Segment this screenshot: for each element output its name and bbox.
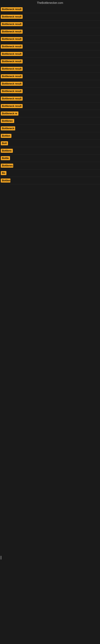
bottleneck-badge[interactable]: Bo bbox=[1, 171, 6, 175]
list-item: Bottlens bbox=[0, 147, 100, 154]
list-item: Bottleneck result bbox=[0, 95, 100, 102]
bottleneck-badge[interactable]: Bottleneck result bbox=[1, 22, 23, 26]
list-item: Bottleneck result bbox=[0, 65, 100, 73]
list-item: Bottleneck result bbox=[0, 6, 100, 13]
site-title: TheBottlenecker.com bbox=[0, 0, 100, 6]
list-item: Bottleneck r bbox=[0, 125, 100, 132]
bottleneck-badge[interactable]: Bottleneck result bbox=[1, 96, 23, 100]
list-item: Bottleneck result bbox=[0, 13, 100, 20]
list-item: Bottleneck result bbox=[0, 73, 100, 80]
list-item: Bottleneck result bbox=[0, 58, 100, 65]
bottleneck-badge[interactable]: Bott bbox=[1, 141, 8, 145]
list-item: Bottleneck re bbox=[0, 110, 100, 117]
bottleneck-badge[interactable]: Bottlens bbox=[1, 149, 13, 153]
bottleneck-badge[interactable]: Bottleneck result bbox=[1, 37, 23, 41]
bottleneck-badge[interactable]: Bottleneck result bbox=[1, 67, 23, 71]
list-item: Bottlenec bbox=[0, 162, 100, 170]
bottleneck-badge[interactable]: Bottleneck result bbox=[1, 30, 23, 34]
bottleneck-badge[interactable]: Bottleneck result bbox=[1, 82, 23, 86]
bottleneck-badge[interactable]: Bottleneck result bbox=[1, 104, 23, 108]
bottleneck-badge[interactable]: Bottleneck result bbox=[1, 52, 23, 56]
bottleneck-badge[interactable]: Bottleneck r bbox=[1, 126, 15, 130]
list-item: Bottle bbox=[0, 154, 100, 162]
bottleneck-badge[interactable]: Bottlen bbox=[1, 134, 11, 138]
cursor-line bbox=[1, 556, 1, 560]
list-item: Bo bbox=[0, 170, 100, 177]
bottleneck-badge[interactable]: Bottle bbox=[1, 156, 10, 160]
list-item: Bottlen bbox=[0, 132, 100, 140]
list-item: Bott bbox=[0, 140, 100, 147]
bottleneck-badge[interactable]: Bottleneck result bbox=[1, 89, 23, 93]
bottleneck-badge[interactable]: Bottlenec bbox=[1, 164, 13, 168]
list-item: Bottlen bbox=[0, 177, 100, 184]
list-item: Bottleneck result bbox=[0, 88, 100, 95]
list-item: Bottleneck result bbox=[0, 20, 100, 28]
bottleneck-badge[interactable]: Bottleneck result bbox=[1, 44, 23, 48]
bottleneck-badge[interactable]: Bottleneck result bbox=[1, 7, 23, 11]
list-item: Bottleneck result bbox=[0, 102, 100, 110]
bottleneck-badge[interactable]: Bottleneck result bbox=[1, 59, 23, 64]
list-item: Bottleneck result bbox=[0, 36, 100, 43]
list-item: Bottleneck result bbox=[0, 80, 100, 88]
bottleneck-badge[interactable]: Bottleneck re bbox=[1, 112, 18, 116]
list-item: Bottleneck result bbox=[0, 28, 100, 36]
list-item: Bottlenec bbox=[0, 117, 100, 125]
bottleneck-badge[interactable]: Bottlenec bbox=[1, 119, 14, 123]
bottleneck-badge[interactable]: Bottlen bbox=[1, 178, 10, 182]
list-item: Bottleneck result bbox=[0, 43, 100, 50]
bottleneck-badge[interactable]: Bottleneck result bbox=[1, 74, 23, 78]
bottleneck-badge[interactable]: Bottleneck result bbox=[1, 15, 23, 19]
list-item: Bottleneck result bbox=[0, 50, 100, 58]
